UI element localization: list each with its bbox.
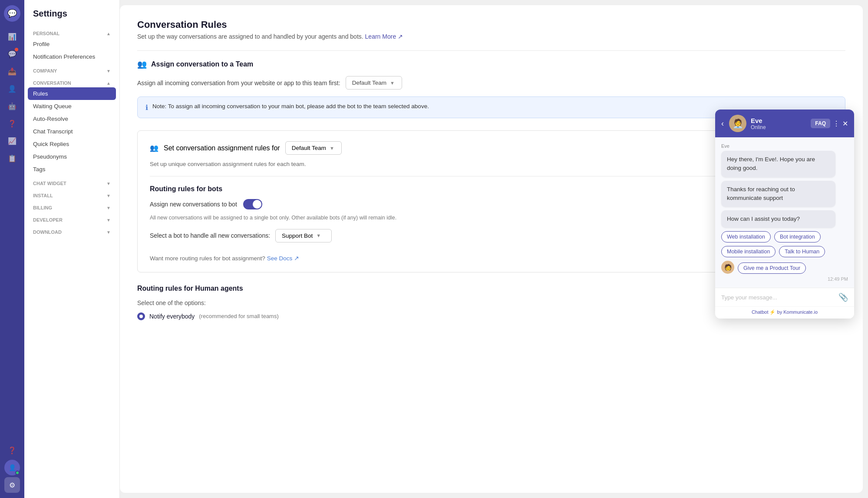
learn-more-link[interactable]: Learn More ↗ bbox=[365, 33, 403, 40]
page-subtitle-text: Set up the way conversations are assigne… bbox=[137, 33, 363, 40]
section-install[interactable]: INSTALL ▼ bbox=[24, 188, 119, 200]
chevron-down-icon-6: ▼ bbox=[106, 230, 111, 235]
sidebar-item-tags[interactable]: Tags bbox=[24, 163, 119, 176]
section-billing-label: BILLING bbox=[33, 205, 52, 210]
chat-faq-button[interactable]: FAQ bbox=[811, 119, 830, 128]
chat-bubble-3: How can I assist you today? bbox=[721, 210, 835, 228]
chat-sender-label: Eve bbox=[721, 143, 848, 149]
user-avatar-small: 🧑 bbox=[721, 261, 734, 274]
main-content: Conversation Rules Set up the way conver… bbox=[120, 5, 863, 493]
sidebar-item-profile[interactable]: Profile bbox=[24, 38, 119, 50]
team-icon: 👥 bbox=[137, 60, 147, 69]
bot-select[interactable]: Support Bot ▼ bbox=[275, 229, 332, 242]
default-team-select[interactable]: Default Team ▼ bbox=[346, 76, 402, 90]
section-download[interactable]: DOWNLOAD ▼ bbox=[24, 224, 119, 236]
chat-agent-status: Online bbox=[751, 124, 806, 130]
bot-select-arrow: ▼ bbox=[316, 233, 321, 238]
sidebar-title: Settings bbox=[24, 0, 119, 26]
set-rules-team-select[interactable]: Default Team ▼ bbox=[285, 141, 342, 155]
sidebar-item-waiting-queue[interactable]: Waiting Queue bbox=[24, 100, 119, 113]
section-personal[interactable]: PERSONAL ▲ bbox=[24, 26, 119, 38]
chat-bubble-2: Thanks for reaching out to kommunicate s… bbox=[721, 181, 835, 207]
chat-menu-icon[interactable]: ⋮ bbox=[833, 120, 840, 128]
chat-back-button[interactable]: ‹ bbox=[721, 119, 724, 128]
icon-sidebar: 💬 📊 💬 📥 👤 🤖 ❓ 📈 📋 ❓ 👤 ⚙ bbox=[0, 0, 24, 498]
help-icon[interactable]: ❓ bbox=[4, 116, 20, 131]
nav-sidebar: Settings PERSONAL ▲ Profile Notification… bbox=[24, 0, 120, 498]
section-conversation-label: CONVERSATION bbox=[33, 80, 71, 86]
chevron-down-icon-2: ▼ bbox=[106, 181, 111, 186]
chat-close-button[interactable]: ✕ bbox=[842, 120, 848, 128]
select-bot-label: Select a bot to handle all new conversat… bbox=[150, 232, 270, 239]
info-icon: ℹ bbox=[145, 103, 148, 112]
section-download-label: DOWNLOAD bbox=[33, 229, 62, 235]
chevron-down-icon-5: ▼ bbox=[106, 218, 111, 222]
select-arrow-icon: ▼ bbox=[390, 80, 395, 86]
help-bottom-icon[interactable]: ❓ bbox=[4, 442, 20, 458]
chat-chips: Web installation Bot integration Mobile … bbox=[721, 231, 848, 257]
assign-team-header: 👥 Assign conversation to a Team bbox=[137, 60, 845, 69]
chat-header-actions: FAQ ⋮ ✕ bbox=[811, 119, 848, 128]
see-docs-link[interactable]: See Docs ↗ bbox=[267, 255, 299, 262]
chat-footer: Chatbot ⚡ by Kommunicate.io bbox=[715, 306, 854, 319]
attach-icon[interactable]: 📎 bbox=[838, 292, 848, 302]
bot-icon[interactable]: 🤖 bbox=[4, 98, 20, 114]
assign-team-label: Assign all incoming conversation from yo… bbox=[137, 80, 340, 86]
user-chip-row: 🧑 Give me a Product Tour bbox=[721, 261, 848, 274]
chip-web-installation[interactable]: Web installation bbox=[721, 231, 771, 242]
chat-body: Eve Hey there, I'm Eve!. Hope you are do… bbox=[715, 137, 854, 288]
chat-timestamp: 12:49 PM bbox=[721, 276, 848, 282]
reports-icon[interactable]: 📈 bbox=[4, 133, 20, 149]
set-rules-select-arrow: ▼ bbox=[330, 146, 334, 151]
chat-input-area: 📎 bbox=[715, 288, 854, 306]
online-dot bbox=[15, 471, 20, 475]
chat-message-input[interactable] bbox=[721, 294, 835, 301]
campaigns-icon[interactable]: 📋 bbox=[4, 150, 20, 166]
settings-icon[interactable]: ⚙ bbox=[4, 477, 20, 493]
section-developer-label: DEVELOPER bbox=[33, 217, 63, 222]
section-company[interactable]: COMPANY ▼ bbox=[24, 63, 119, 75]
sidebar-item-notification-preferences[interactable]: Notification Preferences bbox=[24, 50, 119, 63]
toggle-knob bbox=[253, 200, 261, 209]
page-title: Conversation Rules bbox=[137, 19, 845, 30]
assign-bot-label: Assign new conversations to bot bbox=[150, 201, 237, 208]
assign-team-title: Assign conversation to a Team bbox=[151, 60, 253, 68]
chevron-down-icon-3: ▼ bbox=[106, 193, 111, 198]
set-rules-team-value: Default Team bbox=[292, 145, 326, 151]
chat-header: ‹ 🧑‍💼 Eve Online FAQ ⋮ ✕ bbox=[715, 110, 854, 137]
sidebar-item-pseudonyms[interactable]: Pseudonyms bbox=[24, 150, 119, 163]
contacts-icon[interactable]: 👤 bbox=[4, 81, 20, 96]
default-team-value: Default Team bbox=[352, 80, 386, 86]
chat-bubble-1: Hey there, I'm Eve!. Hope you are doing … bbox=[721, 151, 835, 177]
sidebar-item-auto-resolve[interactable]: Auto-Resolve bbox=[24, 113, 119, 125]
notify-everybody-radio[interactable] bbox=[137, 312, 145, 320]
user-avatar[interactable]: 👤 bbox=[4, 460, 20, 475]
chevron-down-icon: ▼ bbox=[106, 69, 111, 73]
set-rules-label: Set conversation assignment rules for bbox=[164, 144, 280, 152]
chevron-up-icon-2: ▲ bbox=[106, 81, 111, 86]
chat-icon[interactable]: 💬 bbox=[4, 46, 20, 62]
user-chip-product-tour[interactable]: Give me a Product Tour bbox=[738, 262, 806, 274]
sidebar-item-rules[interactable]: Rules bbox=[28, 87, 116, 100]
notify-everybody-sublabel: (recommended for small teams) bbox=[199, 313, 279, 319]
chat-agent-info: Eve Online bbox=[751, 117, 806, 130]
dashboard-icon[interactable]: 📊 bbox=[4, 29, 20, 44]
notify-everybody-label: Notify everybody bbox=[149, 313, 195, 320]
chip-mobile-installation[interactable]: Mobile installation bbox=[721, 246, 776, 257]
section-developer[interactable]: DEVELOPER ▼ bbox=[24, 212, 119, 224]
section-chat-widget[interactable]: CHAT WIDGET ▼ bbox=[24, 176, 119, 188]
section-personal-label: PERSONAL bbox=[33, 31, 59, 36]
app-logo[interactable]: 💬 bbox=[4, 5, 20, 22]
notification-badge bbox=[15, 48, 18, 51]
bot-toggle[interactable] bbox=[243, 199, 262, 209]
inbox-icon[interactable]: 📥 bbox=[4, 63, 20, 79]
chat-widget-overlay: ‹ 🧑‍💼 Eve Online FAQ ⋮ ✕ Eve Hey there, … bbox=[715, 110, 854, 319]
chip-bot-integration[interactable]: Bot integration bbox=[774, 231, 821, 242]
section-conversation[interactable]: CONVERSATION ▲ bbox=[24, 75, 119, 87]
chevron-down-icon-4: ▼ bbox=[106, 206, 111, 210]
section-billing[interactable]: BILLING ▼ bbox=[24, 200, 119, 212]
sidebar-item-chat-transcript[interactable]: Chat Transcript bbox=[24, 125, 119, 138]
bot-selected-value: Support Bot bbox=[282, 232, 313, 239]
sidebar-item-quick-replies[interactable]: Quick Replies bbox=[24, 138, 119, 150]
chip-talk-to-human[interactable]: Talk to Human bbox=[779, 246, 825, 257]
